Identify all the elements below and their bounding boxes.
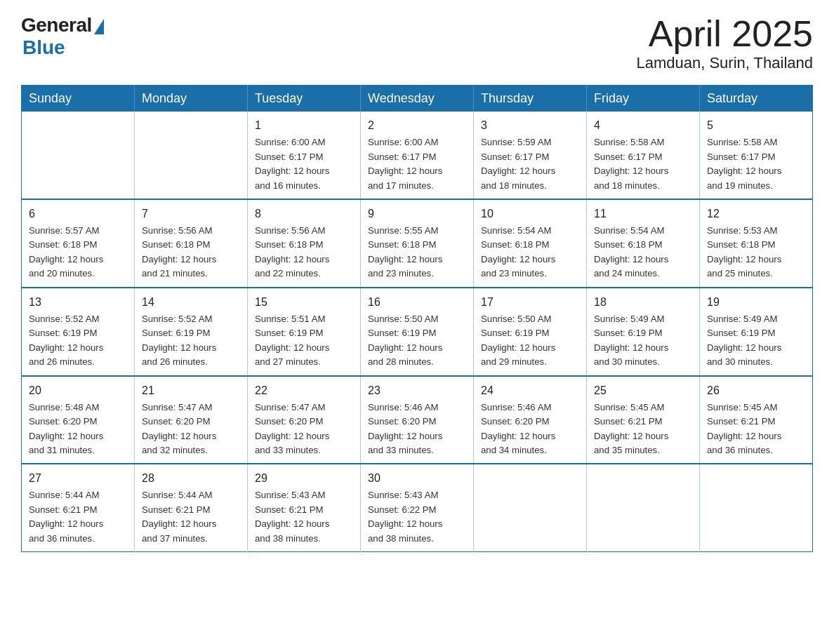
day-number: 4 [594, 117, 692, 134]
day-number: 16 [368, 294, 466, 311]
day-info: Sunrise: 5:44 AM Sunset: 6:21 PM Dayligh… [142, 488, 240, 546]
day-info: Sunrise: 5:46 AM Sunset: 6:20 PM Dayligh… [368, 401, 466, 458]
calendar-cell: 12Sunrise: 5:53 AM Sunset: 6:18 PM Dayli… [700, 199, 813, 288]
day-info: Sunrise: 5:53 AM Sunset: 6:18 PM Dayligh… [707, 224, 805, 281]
day-number: 8 [255, 206, 353, 222]
day-info: Sunrise: 5:56 AM Sunset: 6:18 PM Dayligh… [255, 224, 353, 281]
calendar-cell: 9Sunrise: 5:55 AM Sunset: 6:18 PM Daylig… [361, 199, 474, 288]
calendar-cell: 14Sunrise: 5:52 AM Sunset: 6:19 PM Dayli… [135, 288, 248, 376]
day-number: 27 [29, 470, 127, 487]
calendar-cell: 21Sunrise: 5:47 AM Sunset: 6:20 PM Dayli… [135, 376, 248, 464]
day-number: 17 [481, 294, 579, 311]
day-number: 19 [707, 294, 805, 311]
weekday-header-sunday: Sunday [22, 86, 135, 112]
day-number: 11 [594, 206, 692, 222]
calendar-cell: 30Sunrise: 5:43 AM Sunset: 6:22 PM Dayli… [361, 464, 474, 551]
day-number: 30 [368, 470, 466, 487]
calendar-cell: 13Sunrise: 5:52 AM Sunset: 6:19 PM Dayli… [22, 288, 135, 376]
day-number: 20 [29, 382, 127, 399]
calendar-week-row: 1Sunrise: 6:00 AM Sunset: 6:17 PM Daylig… [22, 112, 813, 199]
calendar-cell [22, 112, 135, 199]
day-number: 10 [481, 206, 579, 222]
day-number: 9 [368, 206, 466, 222]
calendar-cell [135, 112, 248, 199]
day-info: Sunrise: 5:45 AM Sunset: 6:21 PM Dayligh… [594, 401, 692, 458]
day-info: Sunrise: 6:00 AM Sunset: 6:17 PM Dayligh… [368, 135, 466, 193]
day-number: 13 [29, 294, 127, 311]
calendar-cell: 20Sunrise: 5:48 AM Sunset: 6:20 PM Dayli… [22, 376, 135, 464]
weekday-header-monday: Monday [135, 86, 248, 112]
calendar-week-row: 27Sunrise: 5:44 AM Sunset: 6:21 PM Dayli… [22, 464, 813, 551]
day-info: Sunrise: 5:52 AM Sunset: 6:19 PM Dayligh… [142, 312, 240, 370]
calendar-cell [700, 464, 813, 551]
day-number: 23 [368, 382, 466, 399]
weekday-header-row: SundayMondayTuesdayWednesdayThursdayFrid… [22, 86, 813, 112]
day-info: Sunrise: 5:44 AM Sunset: 6:21 PM Dayligh… [29, 488, 127, 546]
day-info: Sunrise: 5:56 AM Sunset: 6:18 PM Dayligh… [142, 224, 240, 281]
weekday-header-thursday: Thursday [474, 86, 587, 112]
day-number: 24 [481, 382, 579, 399]
day-number: 14 [142, 294, 240, 311]
day-info: Sunrise: 5:58 AM Sunset: 6:17 PM Dayligh… [594, 135, 692, 193]
day-number: 18 [594, 294, 692, 311]
calendar-body: 1Sunrise: 6:00 AM Sunset: 6:17 PM Daylig… [22, 112, 813, 552]
calendar-cell: 19Sunrise: 5:49 AM Sunset: 6:19 PM Dayli… [700, 288, 813, 376]
day-info: Sunrise: 5:54 AM Sunset: 6:18 PM Dayligh… [594, 224, 692, 281]
calendar-cell: 29Sunrise: 5:43 AM Sunset: 6:21 PM Dayli… [248, 464, 361, 551]
day-number: 5 [707, 117, 805, 134]
day-info: Sunrise: 5:54 AM Sunset: 6:18 PM Dayligh… [481, 224, 579, 281]
day-info: Sunrise: 5:45 AM Sunset: 6:21 PM Dayligh… [707, 401, 805, 458]
weekday-header-wednesday: Wednesday [361, 86, 474, 112]
day-info: Sunrise: 5:49 AM Sunset: 6:19 PM Dayligh… [707, 312, 805, 370]
calendar-cell: 17Sunrise: 5:50 AM Sunset: 6:19 PM Dayli… [474, 288, 587, 376]
day-number: 2 [368, 117, 466, 134]
logo-blue-text: Blue [22, 36, 65, 59]
logo: General Blue [21, 14, 104, 59]
day-info: Sunrise: 5:46 AM Sunset: 6:20 PM Dayligh… [481, 401, 579, 458]
day-info: Sunrise: 5:43 AM Sunset: 6:21 PM Dayligh… [255, 488, 353, 546]
calendar-cell: 27Sunrise: 5:44 AM Sunset: 6:21 PM Dayli… [22, 464, 135, 551]
day-number: 6 [29, 206, 127, 222]
day-info: Sunrise: 5:58 AM Sunset: 6:17 PM Dayligh… [707, 135, 805, 193]
day-number: 29 [255, 470, 353, 487]
calendar-week-row: 20Sunrise: 5:48 AM Sunset: 6:20 PM Dayli… [22, 376, 813, 464]
calendar-cell: 23Sunrise: 5:46 AM Sunset: 6:20 PM Dayli… [361, 376, 474, 464]
day-info: Sunrise: 5:57 AM Sunset: 6:18 PM Dayligh… [29, 224, 127, 281]
calendar-cell: 18Sunrise: 5:49 AM Sunset: 6:19 PM Dayli… [587, 288, 700, 376]
calendar-week-row: 13Sunrise: 5:52 AM Sunset: 6:19 PM Dayli… [22, 288, 813, 376]
calendar-cell: 15Sunrise: 5:51 AM Sunset: 6:19 PM Dayli… [248, 288, 361, 376]
page-header: General Blue April 2025 Lamduan, Surin, … [21, 14, 813, 72]
day-info: Sunrise: 5:43 AM Sunset: 6:22 PM Dayligh… [368, 488, 466, 546]
day-number: 1 [255, 117, 353, 134]
day-info: Sunrise: 6:00 AM Sunset: 6:17 PM Dayligh… [255, 135, 353, 193]
calendar-cell [474, 464, 587, 551]
calendar-cell: 6Sunrise: 5:57 AM Sunset: 6:18 PM Daylig… [22, 199, 135, 288]
day-info: Sunrise: 5:59 AM Sunset: 6:17 PM Dayligh… [481, 135, 579, 193]
weekday-header-saturday: Saturday [700, 86, 813, 112]
day-info: Sunrise: 5:49 AM Sunset: 6:19 PM Dayligh… [594, 312, 692, 370]
title-area: April 2025 Lamduan, Surin, Thailand [636, 14, 813, 72]
day-number: 22 [255, 382, 353, 399]
calendar-week-row: 6Sunrise: 5:57 AM Sunset: 6:18 PM Daylig… [22, 199, 813, 288]
month-title: April 2025 [636, 14, 813, 54]
day-number: 28 [142, 470, 240, 487]
calendar-cell: 8Sunrise: 5:56 AM Sunset: 6:18 PM Daylig… [248, 199, 361, 288]
calendar-cell: 28Sunrise: 5:44 AM Sunset: 6:21 PM Dayli… [135, 464, 248, 551]
calendar-cell: 7Sunrise: 5:56 AM Sunset: 6:18 PM Daylig… [135, 199, 248, 288]
day-number: 7 [142, 206, 240, 222]
calendar-cell: 3Sunrise: 5:59 AM Sunset: 6:17 PM Daylig… [474, 112, 587, 199]
day-number: 25 [594, 382, 692, 399]
day-number: 3 [481, 117, 579, 134]
calendar-cell: 1Sunrise: 6:00 AM Sunset: 6:17 PM Daylig… [248, 112, 361, 199]
day-info: Sunrise: 5:51 AM Sunset: 6:19 PM Dayligh… [255, 312, 353, 370]
day-info: Sunrise: 5:52 AM Sunset: 6:19 PM Dayligh… [29, 312, 127, 370]
weekday-header-friday: Friday [587, 86, 700, 112]
day-info: Sunrise: 5:47 AM Sunset: 6:20 PM Dayligh… [255, 401, 353, 458]
day-info: Sunrise: 5:55 AM Sunset: 6:18 PM Dayligh… [368, 224, 466, 281]
calendar-cell: 25Sunrise: 5:45 AM Sunset: 6:21 PM Dayli… [587, 376, 700, 464]
day-info: Sunrise: 5:50 AM Sunset: 6:19 PM Dayligh… [481, 312, 579, 370]
day-info: Sunrise: 5:50 AM Sunset: 6:19 PM Dayligh… [368, 312, 466, 370]
day-number: 21 [142, 382, 240, 399]
calendar-cell: 11Sunrise: 5:54 AM Sunset: 6:18 PM Dayli… [587, 199, 700, 288]
calendar-cell: 26Sunrise: 5:45 AM Sunset: 6:21 PM Dayli… [700, 376, 813, 464]
